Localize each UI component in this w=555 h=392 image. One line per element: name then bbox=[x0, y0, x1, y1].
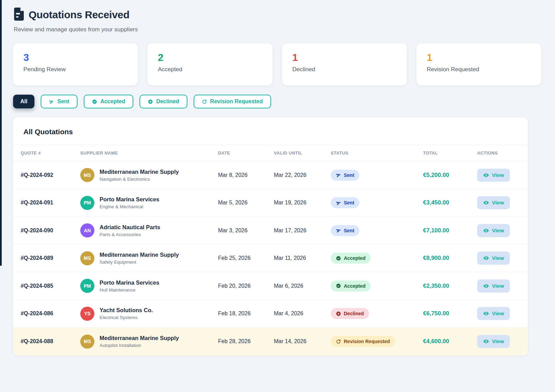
actions-cell: View bbox=[477, 335, 517, 348]
check-circle-icon bbox=[336, 283, 341, 288]
collapsed-sidebar-edge bbox=[0, 0, 2, 266]
filter-button-all[interactable]: All bbox=[13, 95, 34, 108]
status-label: Accepted bbox=[344, 283, 366, 289]
view-button[interactable]: View bbox=[477, 252, 510, 265]
quote-date: Feb 20, 2026 bbox=[218, 283, 274, 289]
filter-label: Revision Requested bbox=[210, 98, 263, 105]
column-header: STATUS bbox=[331, 151, 423, 156]
stat-label: Pending Review bbox=[23, 66, 127, 73]
status-badge: Sent bbox=[331, 170, 359, 181]
filter-button-sent[interactable]: Sent bbox=[41, 95, 78, 108]
quote-date: Mar 5, 2026 bbox=[218, 200, 274, 206]
filter-button-accepted[interactable]: Accepted bbox=[84, 95, 133, 108]
total-amount: €6,750.00 bbox=[423, 310, 477, 317]
page-subtitle: Review and manage quotes from your suppl… bbox=[14, 26, 541, 33]
stat-card: 1 Revision Requested bbox=[417, 43, 541, 85]
quote-number: #Q-2024-092 bbox=[21, 172, 80, 178]
supplier-avatar: MS bbox=[80, 251, 94, 265]
filter-button-declined[interactable]: Declined bbox=[140, 95, 187, 108]
status-label: Revision Requested bbox=[344, 339, 390, 344]
view-label: View bbox=[492, 227, 504, 234]
stat-card: 3 Pending Review bbox=[13, 43, 138, 85]
quote-number: #Q-2024-088 bbox=[21, 338, 80, 345]
status-cell: Sent bbox=[331, 197, 423, 208]
actions-cell: View bbox=[477, 196, 517, 209]
filter-button-revision-requested[interactable]: Revision Requested bbox=[194, 95, 271, 108]
stat-value: 2 bbox=[158, 52, 262, 63]
supplier-avatar: AN bbox=[80, 223, 94, 237]
eye-icon bbox=[483, 200, 489, 206]
check-circle-icon bbox=[92, 99, 97, 104]
supplier-cell: MS Mediterranean Marine Supply Navigatio… bbox=[80, 168, 218, 182]
view-button[interactable]: View bbox=[477, 279, 510, 293]
status-label: Declined bbox=[344, 311, 364, 316]
quote-date: Feb 25, 2026 bbox=[218, 255, 274, 261]
view-button[interactable]: View bbox=[477, 224, 510, 237]
filter-label: Accepted bbox=[100, 98, 125, 105]
status-cell: Sent bbox=[331, 170, 423, 181]
stat-label: Accepted bbox=[158, 66, 262, 73]
supplier-name: Porto Marina Services bbox=[100, 279, 159, 286]
valid-until-date: Mar 6, 2026 bbox=[274, 283, 331, 289]
total-amount: €4,600.00 bbox=[423, 338, 477, 345]
supplier-name: Adriatic Nautical Parts bbox=[100, 224, 160, 231]
status-cell: Sent bbox=[331, 225, 423, 236]
supplier-category: Hull Maintenance bbox=[100, 287, 159, 293]
supplier-category: Navigation & Electronics bbox=[100, 177, 179, 182]
quote-date: Mar 3, 2026 bbox=[218, 227, 274, 234]
invoice-document-icon bbox=[13, 8, 25, 22]
check-circle-icon bbox=[336, 256, 341, 261]
total-amount: €8,900.00 bbox=[423, 255, 477, 262]
status-badge: Sent bbox=[331, 225, 359, 236]
table-row: #Q-2024-089 MS Mediterranean Marine Supp… bbox=[13, 245, 528, 273]
quote-number: #Q-2024-091 bbox=[21, 200, 80, 206]
supplier-category: Parts & Accessories bbox=[100, 232, 160, 237]
eye-icon bbox=[483, 338, 489, 345]
view-label: View bbox=[492, 310, 504, 317]
view-button[interactable]: View bbox=[477, 169, 510, 182]
status-badge: Accepted bbox=[331, 253, 371, 264]
column-header: SUPPLIER NAME bbox=[80, 151, 218, 156]
table-header-row: QUOTE #SUPPLIER NAMEDATEVALID UNTILSTATU… bbox=[13, 145, 528, 161]
stat-value: 3 bbox=[23, 52, 127, 63]
quote-date: Mar 8, 2026 bbox=[218, 172, 274, 178]
view-label: View bbox=[492, 200, 504, 206]
supplier-category: Engine & Mechanical bbox=[100, 204, 159, 209]
stat-card: 2 Accepted bbox=[147, 43, 272, 85]
status-cell: Accepted bbox=[331, 253, 423, 264]
total-amount: €7,100.00 bbox=[423, 227, 477, 234]
view-label: View bbox=[492, 172, 504, 178]
supplier-name: Mediterranean Marine Supply bbox=[100, 252, 179, 258]
view-label: View bbox=[492, 255, 504, 261]
quote-number: #Q-2024-089 bbox=[21, 255, 80, 261]
filter-label: Declined bbox=[156, 98, 179, 105]
refresh-icon bbox=[336, 339, 341, 344]
quotations-page: Quotations Received Review and manage qu… bbox=[0, 0, 555, 356]
actions-cell: View bbox=[477, 279, 517, 293]
table-row: #Q-2024-086 YS Yacht Solutions Co. Elect… bbox=[13, 300, 528, 328]
valid-until-date: Mar 14, 2026 bbox=[274, 338, 331, 345]
status-label: Sent bbox=[344, 172, 354, 178]
column-header: TOTAL bbox=[423, 151, 477, 156]
view-button[interactable]: View bbox=[477, 196, 510, 209]
supplier-avatar: PM bbox=[80, 196, 94, 210]
total-amount: €3,450.00 bbox=[423, 199, 477, 206]
view-button[interactable]: View bbox=[477, 307, 510, 320]
x-circle-icon bbox=[148, 99, 153, 104]
table-title: All Quotations bbox=[13, 117, 528, 145]
quotations-table-card: All Quotations QUOTE #SUPPLIER NAMEDATEV… bbox=[13, 117, 528, 356]
eye-icon bbox=[483, 172, 489, 178]
quote-number: #Q-2024-085 bbox=[21, 283, 80, 289]
stat-label: Declined bbox=[292, 66, 397, 73]
supplier-cell: AN Adriatic Nautical Parts Parts & Acces… bbox=[80, 223, 218, 237]
supplier-category: Autopilot Installation bbox=[100, 343, 179, 348]
table-row: #Q-2024-091 PM Porto Marina Services Eng… bbox=[13, 189, 528, 217]
filter-bar: All Sent Accepted Declined Revision Requ… bbox=[13, 95, 541, 108]
view-label: View bbox=[492, 283, 504, 289]
table-row: #Q-2024-088 MS Mediterranean Marine Supp… bbox=[13, 328, 528, 356]
status-label: Accepted bbox=[344, 255, 366, 261]
view-button[interactable]: View bbox=[477, 335, 510, 348]
column-header: QUOTE # bbox=[21, 151, 80, 156]
view-label: View bbox=[492, 338, 504, 345]
valid-until-date: Mar 17, 2026 bbox=[274, 227, 331, 234]
